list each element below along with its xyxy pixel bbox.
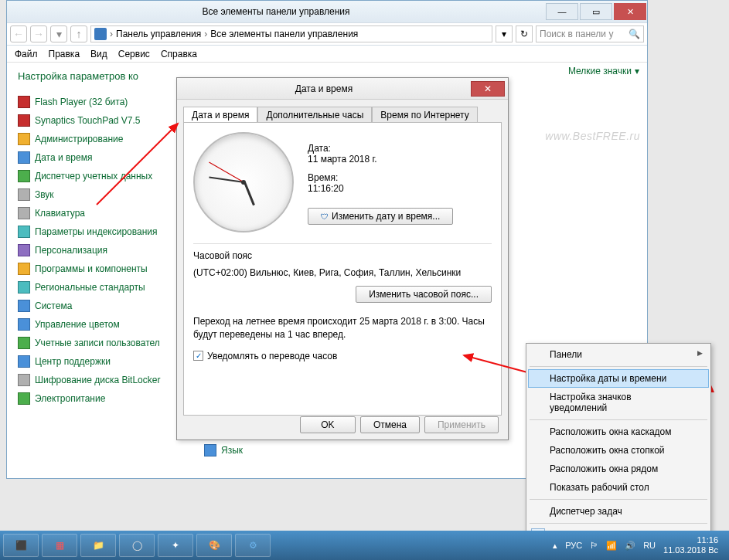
region-icon xyxy=(18,281,30,294)
up-button[interactable]: ↑ xyxy=(70,25,87,42)
menu-view[interactable]: Вид xyxy=(90,49,107,59)
time-label: Время: xyxy=(308,172,453,183)
ctx-stack[interactable]: Расположить окна стопкой xyxy=(528,441,709,460)
ctx-desktop[interactable]: Показать рабочий стол xyxy=(528,478,709,497)
minimize-button[interactable]: — xyxy=(546,3,578,20)
notify-checkbox-row[interactable]: ✓ Уведомлять о переводе часов xyxy=(193,351,492,361)
task-control-panel[interactable]: ⚙ xyxy=(235,534,271,557)
cp-item-admin[interactable]: Администрирование xyxy=(18,130,165,148)
cp-item-bitlocker[interactable]: Шифрование диска BitLocker xyxy=(18,371,165,389)
view-label: Мелкие значки xyxy=(568,66,632,76)
tab-datetime[interactable]: Дата и время xyxy=(183,107,257,123)
address-bar: ← → ▾ ↑ › Панель управления › Все элемен… xyxy=(7,22,647,46)
cp-item-power[interactable]: Электропитание xyxy=(18,389,165,408)
app-icon: ◯ xyxy=(132,540,142,551)
search-icon: 🔍 xyxy=(629,29,640,39)
checkbox-checked-icon[interactable]: ✓ xyxy=(193,351,203,361)
titlebar: Все элементы панели управления — ▭ ✕ xyxy=(7,1,647,22)
time-value: 11:16:20 xyxy=(308,183,453,194)
close-button[interactable]: ✕ xyxy=(614,3,646,20)
task-app-1[interactable]: ⬛ xyxy=(3,534,39,557)
forward-button[interactable]: → xyxy=(30,25,47,42)
task-app-2[interactable]: ▦ xyxy=(42,534,77,557)
cp-item-datetime[interactable]: Дата и время xyxy=(18,148,165,167)
breadcrumb[interactable]: › Панель управления › Все элементы панел… xyxy=(90,25,492,42)
ctx-panels[interactable]: Панели xyxy=(528,345,709,364)
tray-chevron-icon[interactable]: ▴ xyxy=(553,541,557,551)
users-icon xyxy=(18,337,30,349)
task-app-5[interactable]: ✦ xyxy=(158,534,193,557)
cp-item-flash[interactable]: Flash Player (32 бита) xyxy=(18,93,165,111)
window-title: Все элементы панели управления xyxy=(7,6,545,17)
tray-flag-icon[interactable]: 🏳 xyxy=(590,541,598,550)
programs-icon xyxy=(18,263,30,275)
cp-item-synaptics[interactable]: Synaptics TouchPad V7.5 xyxy=(18,111,165,130)
cp-item-system[interactable]: Система xyxy=(18,297,165,315)
notify-label: Уведомлять о переводе часов xyxy=(207,351,337,361)
app-icon: ▦ xyxy=(56,540,64,551)
control-panel-icon xyxy=(94,28,107,40)
dst-note: Переход на летнее время происходит 25 ма… xyxy=(193,315,492,341)
cp-item-personalization[interactable]: Персонализация xyxy=(18,241,165,260)
breadcrumb-seg-2[interactable]: Все элементы панели управления xyxy=(210,29,358,39)
cp-item-credentials[interactable]: Диспетчер учетных данных xyxy=(18,167,165,185)
back-button[interactable]: ← xyxy=(10,25,27,42)
tray-lang-code[interactable]: RU xyxy=(643,541,656,550)
cancel-button[interactable]: Отмена xyxy=(360,416,420,433)
cp-item-region[interactable]: Региональные стандарты xyxy=(18,278,165,297)
hour-hand xyxy=(244,182,255,205)
tab-internet-time[interactable]: Время по Интернету xyxy=(372,107,477,123)
change-datetime-button[interactable]: Изменить дату и время... xyxy=(308,208,453,225)
analog-clock xyxy=(193,132,294,232)
cp-item-language[interactable]: Язык xyxy=(204,441,243,460)
dropdown-button[interactable]: ▾ xyxy=(496,25,513,42)
ctx-set-icons[interactable]: Настройка значков уведомлений xyxy=(528,388,709,417)
timezone-value: (UTC+02:00) Вильнюс, Киев, Рига, София, … xyxy=(193,267,492,278)
tray-clock[interactable]: 11:16 11.03.2018 Вс xyxy=(663,535,718,555)
date-value: 11 марта 2018 г. xyxy=(308,154,453,165)
menu-file[interactable]: Файл xyxy=(15,49,38,59)
tray-network-icon[interactable]: 📶 xyxy=(606,541,617,551)
ctx-taskmgr[interactable]: Диспетчер задач xyxy=(528,502,709,521)
dialog-titlebar: Дата и время ✕ xyxy=(177,78,508,100)
taskbar-context-menu: Панели Настройка даты и времени Настройк… xyxy=(526,343,711,560)
date-label: Дата: xyxy=(308,143,453,154)
ctx-cascade[interactable]: Расположить окна каскадом xyxy=(528,423,709,441)
cp-item-indexing[interactable]: Параметры индексирования xyxy=(18,222,165,241)
cp-item-support[interactable]: Центр поддержки xyxy=(18,352,165,371)
menu-tools[interactable]: Сервис xyxy=(118,49,150,59)
sound-icon xyxy=(18,188,30,201)
dialog-close-button[interactable]: ✕ xyxy=(471,81,505,97)
recent-dropdown[interactable]: ▾ xyxy=(50,25,67,42)
view-mode[interactable]: Мелкие значки ▾ xyxy=(568,66,639,76)
tray-lang-indicator[interactable]: РУС xyxy=(565,541,582,550)
apply-button[interactable]: Применить xyxy=(424,416,499,433)
cp-item-users[interactable]: Учетные записи пользовател xyxy=(18,334,165,352)
tab-additional-clocks[interactable]: Дополнительные часы xyxy=(257,107,372,123)
clock-icon xyxy=(18,151,30,164)
cp-item-keyboard[interactable]: Клавиатура xyxy=(18,204,165,222)
task-app-3[interactable]: 📁 xyxy=(80,534,116,557)
cp-item-programs[interactable]: Программы и компоненты xyxy=(18,260,165,278)
ctx-set-datetime[interactable]: Настройка даты и времени xyxy=(528,369,709,388)
separator xyxy=(530,499,707,500)
ctx-side[interactable]: Расположить окна рядом xyxy=(528,460,709,478)
dialog-title: Дата и время xyxy=(177,83,471,94)
refresh-button[interactable]: ↻ xyxy=(516,25,533,42)
chevron-right-icon: › xyxy=(110,29,113,39)
breadcrumb-seg-1[interactable]: Панель управления xyxy=(116,29,201,39)
maximize-button[interactable]: ▭ xyxy=(580,3,612,20)
ok-button[interactable]: OK xyxy=(300,416,356,433)
chevron-right-icon: › xyxy=(204,29,207,39)
search-input[interactable]: Поиск в панели у 🔍 xyxy=(536,25,644,42)
flash-icon xyxy=(18,96,30,108)
menu-edit[interactable]: Правка xyxy=(49,49,80,59)
tray-volume-icon[interactable]: 🔊 xyxy=(625,541,635,551)
task-app-4[interactable]: ◯ xyxy=(119,534,155,557)
cp-item-color[interactable]: Управление цветом xyxy=(18,315,165,334)
menu-help[interactable]: Справка xyxy=(161,49,197,59)
taskbar[interactable]: ⬛ ▦ 📁 ◯ ✦ 🎨 ⚙ ▴ РУС 🏳 📶 🔊 RU 11:16 11.03… xyxy=(0,531,729,560)
change-timezone-button[interactable]: Изменить часовой пояс... xyxy=(356,286,492,303)
task-app-6[interactable]: 🎨 xyxy=(196,534,232,557)
cp-item-sound[interactable]: Звук xyxy=(18,185,165,204)
